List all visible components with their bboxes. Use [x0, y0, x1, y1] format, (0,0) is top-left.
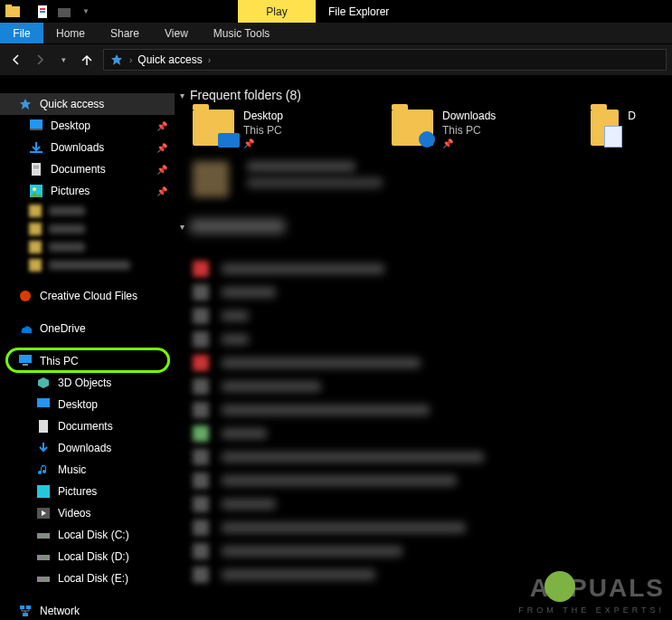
pin-icon: 📌 [243, 138, 283, 148]
breadcrumb-item[interactable]: Quick access [137, 53, 202, 66]
sidebar-item-blurred[interactable] [0, 238, 175, 256]
up-button[interactable] [76, 49, 98, 71]
list-item[interactable] [193, 304, 672, 328]
section-header-recent[interactable]: ▾ Recent files 00 [175, 217, 672, 241]
dropdown-icon[interactable]: ▼ [77, 3, 95, 21]
list-item[interactable] [193, 328, 672, 351]
back-button[interactable] [5, 49, 27, 71]
forward-button[interactable] [29, 49, 51, 71]
sidebar-item-downloads[interactable]: Downloads 📌 [0, 137, 175, 158]
svg-rect-18 [23, 364, 28, 366]
list-item[interactable] [193, 422, 672, 445]
folder-name: Desktop [243, 110, 283, 122]
sidebar-item-downloads[interactable]: Downloads [0, 437, 175, 459]
star-icon [18, 97, 33, 111]
sidebar-item-documents[interactable]: Documents 📌 [0, 158, 175, 180]
svg-marker-7 [20, 99, 31, 110]
properties-icon[interactable] [33, 3, 52, 21]
menu-home[interactable]: Home [43, 23, 98, 43]
sidebar-item-pictures[interactable]: Pictures [0, 481, 175, 502]
sidebar-item-desktop[interactable]: Desktop [0, 394, 175, 415]
section-title: Frequent folders (8) [190, 88, 301, 102]
sidebar-item-local-disk-c[interactable]: Local Disk (C:) [0, 524, 175, 546]
sidebar-item-blurred[interactable] [0, 220, 175, 238]
list-item[interactable] [193, 539, 672, 563]
sidebar-item-blurred[interactable] [0, 202, 175, 220]
sidebar-item-videos[interactable]: Videos [0, 502, 175, 524]
list-item[interactable] [193, 375, 672, 398]
this-pc-icon [18, 354, 33, 368]
downloads-icon [29, 140, 43, 155]
sidebar-item-blurred[interactable] [0, 256, 175, 274]
menu-file[interactable]: File [0, 23, 43, 43]
app-icon [4, 3, 22, 21]
svg-rect-0 [5, 6, 20, 17]
folder-item-blurred[interactable] [175, 161, 672, 197]
list-item[interactable] [193, 492, 672, 516]
frequent-folders: Desktop This PC 📌 Downloads This PC 📌 D [175, 110, 672, 148]
sidebar-item-pictures[interactable]: Pictures 📌 [0, 180, 175, 202]
sidebar-item-local-disk-d[interactable]: Local Disk (D:) [0, 546, 175, 568]
folder-item-desktop[interactable]: Desktop This PC 📌 [193, 110, 374, 148]
recent-dropdown[interactable]: ▾ [52, 49, 74, 71]
sidebar-item-label: Documents [58, 420, 113, 433]
list-item[interactable] [193, 563, 672, 587]
list-item[interactable] [193, 257, 672, 281]
sidebar-item-quick-access[interactable]: Quick access [0, 93, 175, 115]
sidebar-item-desktop[interactable]: Desktop 📌 [0, 115, 175, 137]
sidebar-item-label: This PC [40, 355, 79, 367]
chevron-down-icon: ▾ [180, 222, 185, 232]
list-item[interactable] [193, 398, 672, 422]
drive-icon [36, 528, 51, 542]
sidebar-item-this-pc[interactable]: This PC [0, 350, 175, 372]
menu-music-tools[interactable]: Music Tools [201, 23, 282, 43]
documents-icon [29, 162, 43, 176]
section-title-blurred: Recent files 00 [190, 219, 285, 234]
sidebar-item-onedrive[interactable]: OneDrive [0, 318, 175, 339]
menu-share[interactable]: Share [98, 23, 152, 43]
svg-rect-5 [58, 8, 71, 17]
main-area: Quick access Desktop 📌 Downloads 📌 Docum… [0, 75, 672, 620]
sidebar-item-label: 3D Objects [58, 377, 111, 389]
list-item[interactable] [193, 469, 672, 492]
quick-access-toolbar: ▼ [0, 0, 107, 23]
drive-icon [36, 571, 51, 586]
sidebar-item-label: Network [40, 605, 80, 617]
content-pane: ▾ Frequent folders (8) Desktop This PC 📌… [175, 75, 672, 620]
address-bar[interactable]: › Quick access › [103, 49, 667, 71]
folder-name: Downloads [442, 110, 496, 122]
3d-objects-icon [36, 376, 51, 390]
ribbon-context-tab-play[interactable]: Play [238, 0, 316, 23]
svg-rect-19 [37, 398, 50, 407]
sidebar-item-music[interactable]: Music [0, 459, 175, 481]
window-title: File Explorer [316, 0, 402, 23]
menu-view[interactable]: View [152, 23, 201, 43]
chevron-down-icon: ▾ [180, 91, 185, 100]
documents-icon [36, 419, 51, 434]
svg-rect-1 [5, 5, 12, 7]
pin-icon: 📌 [156, 143, 167, 153]
svg-point-27 [46, 557, 48, 558]
svg-rect-21 [37, 485, 50, 498]
pictures-icon [36, 484, 51, 499]
list-item[interactable] [193, 351, 672, 375]
svg-point-25 [46, 535, 48, 537]
new-folder-icon[interactable] [55, 3, 73, 21]
desktop-icon [29, 119, 43, 133]
sidebar-item-network[interactable]: Network [0, 600, 175, 620]
svg-rect-13 [33, 167, 39, 168]
sidebar-item-label: Local Disk (D:) [58, 550, 129, 563]
list-item[interactable] [193, 445, 672, 469]
folder-item-partial[interactable]: D [591, 110, 636, 148]
folder-icon [392, 110, 433, 146]
list-item[interactable] [193, 516, 672, 539]
folder-item-downloads[interactable]: Downloads This PC 📌 [392, 110, 573, 148]
network-icon [18, 604, 33, 618]
sidebar-item-documents[interactable]: Documents [0, 415, 175, 437]
sidebar-item-label: Desktop [58, 398, 98, 411]
list-item[interactable] [193, 281, 672, 304]
sidebar-item-local-disk-e[interactable]: Local Disk (E:) [0, 568, 175, 589]
folder-location: This PC [442, 124, 496, 137]
sidebar-item-3d-objects[interactable]: 3D Objects [0, 372, 175, 394]
sidebar-item-creative-cloud[interactable]: Creative Cloud Files [0, 285, 175, 307]
